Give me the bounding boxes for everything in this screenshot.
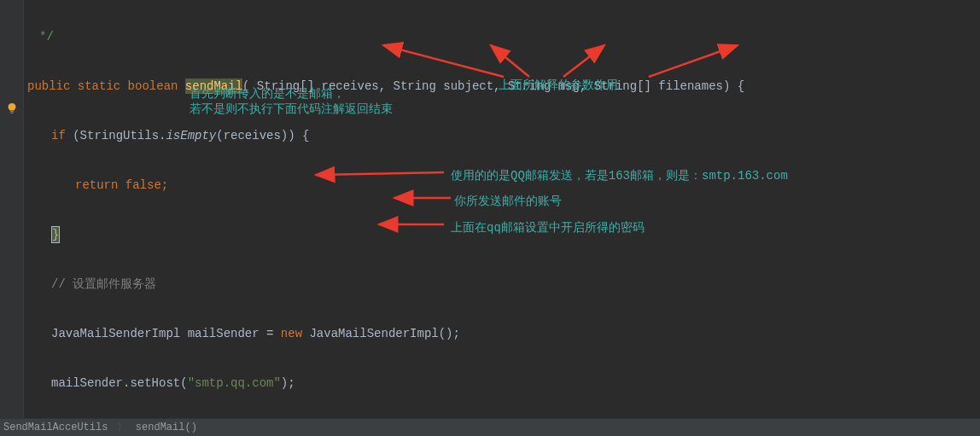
breadcrumb-bar[interactable]: SendMailAcceUtils 〉 sendMail() (0, 418, 980, 436)
breadcrumb-method[interactable]: sendMail() (136, 421, 197, 433)
gutter (0, 0, 24, 418)
annotation-password: 上面在qq邮箱设置中开启所得的密码 (451, 216, 645, 241)
annotation-smtp: 使用的的是QQ邮箱发送，若是163邮箱，则是：smtp.163.com (451, 164, 788, 189)
return-false: return false; (75, 178, 168, 192)
closing-brace-caret: } (51, 226, 60, 243)
smtp-host-string: "smtp.qq.com" (188, 376, 281, 390)
annotation-empty-check-l2: 若不是则不执行下面代码注解返回结束 (190, 102, 393, 117)
breadcrumb-class[interactable]: SendMailAcceUtils (3, 421, 108, 433)
modifiers: public static boolean (27, 79, 185, 93)
annotation-username: 你所发送邮件的账号 (454, 189, 562, 214)
annotation-empty-check-l1: 首先判断传入的是不是邮箱， (190, 86, 393, 102)
svg-rect-1 (10, 113, 14, 113)
comment-mail-server: // 设置邮件服务器 (51, 277, 156, 291)
javadoc-end: */ (39, 30, 54, 44)
static-call: isEmpty (166, 129, 216, 142)
svg-rect-0 (10, 111, 14, 112)
annotation-params: 上面所解释的参数作用 (499, 73, 618, 98)
lightbulb-hint-icon[interactable] (6, 99, 18, 111)
breadcrumb-separator-icon: 〉 (114, 421, 130, 433)
